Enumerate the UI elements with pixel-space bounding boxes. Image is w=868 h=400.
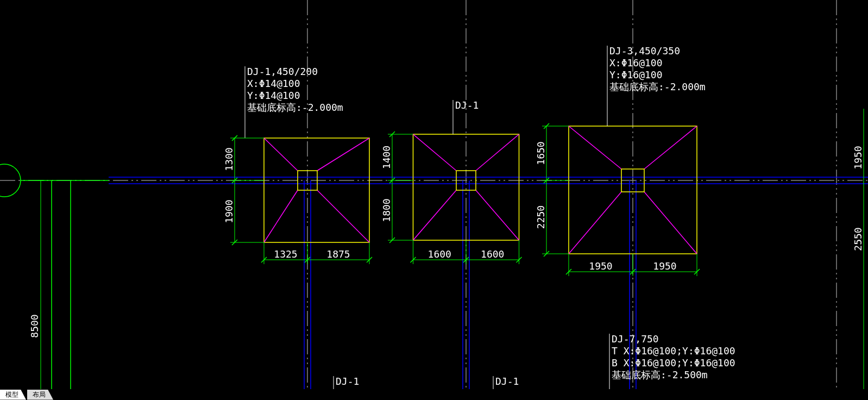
dimV-f3-t: 1650 <box>535 141 546 165</box>
svg-line-3 <box>264 190 298 242</box>
dimH-f1-l: 1325 <box>274 248 297 260</box>
dimV-f1-t: 1300 <box>223 147 235 171</box>
dimH-f1-r: 1875 <box>326 248 350 260</box>
svg-line-2 <box>317 138 369 171</box>
label-dj1a: DJ-1 <box>336 376 359 387</box>
label-f1-3: 基础底标高:-2.000m <box>247 102 343 113</box>
tab-model[interactable]: 模型 <box>0 390 26 400</box>
svg-line-1 <box>264 138 298 171</box>
dim-right-top: 1950 <box>852 146 864 169</box>
label-dj7-1: T X:Φ16@100;Y:Φ16@100 <box>612 345 735 357</box>
dimV-f3-b: 2250 <box>535 205 546 229</box>
dimV-f2-t: 1400 <box>381 146 392 169</box>
label-dj1b: DJ-1 <box>495 376 519 387</box>
label-f1-0: DJ-1,450/200 <box>247 66 318 77</box>
label-f2-0: DJ-1 <box>455 99 479 111</box>
dimH-f3-r: 1950 <box>653 260 676 272</box>
label-f3-1: X:Φ16@100 <box>609 57 663 68</box>
svg-line-36 <box>644 192 697 254</box>
dimH-f2-r: 1600 <box>481 248 504 260</box>
label-dj7-2: B X:Φ16@100;Y:Φ16@100 <box>612 357 735 368</box>
svg-line-20 <box>476 190 519 240</box>
svg-line-17 <box>413 134 457 171</box>
dimV-f1-b: 1900 <box>223 199 235 223</box>
dimH-f3-l: 1950 <box>589 260 612 272</box>
dimH-f2-l: 1600 <box>428 248 451 260</box>
label-f3-2: Y:Φ16@100 <box>609 69 663 80</box>
dim-8500: 8500 <box>29 314 40 338</box>
dim-right-bot: 2550 <box>852 227 864 251</box>
svg-line-4 <box>317 190 369 242</box>
svg-line-33 <box>569 126 621 169</box>
svg-line-35 <box>569 192 621 254</box>
label-f3-3: 基础底标高:-2.000m <box>609 81 706 92</box>
label-dj7-0: DJ-7,750 <box>612 333 659 345</box>
svg-line-19 <box>413 190 457 240</box>
tab-layout[interactable]: 布局 <box>27 390 53 400</box>
label-dj7-3: 基础底标高:-2.500m <box>612 369 708 380</box>
svg-line-18 <box>476 134 519 171</box>
label-f1-2: Y:Φ14@100 <box>247 90 300 101</box>
label-f1-1: X:Φ14@100 <box>247 78 300 89</box>
cad-canvas[interactable]: 850019502550DJ-1,450/200X:Φ14@100Y:Φ14@1… <box>0 0 868 389</box>
tab-bar: 模型 布局 <box>0 389 54 400</box>
svg-line-34 <box>644 126 697 169</box>
dimV-f2-b: 1800 <box>381 198 392 222</box>
label-f3-0: DJ-3,450/350 <box>609 45 680 57</box>
